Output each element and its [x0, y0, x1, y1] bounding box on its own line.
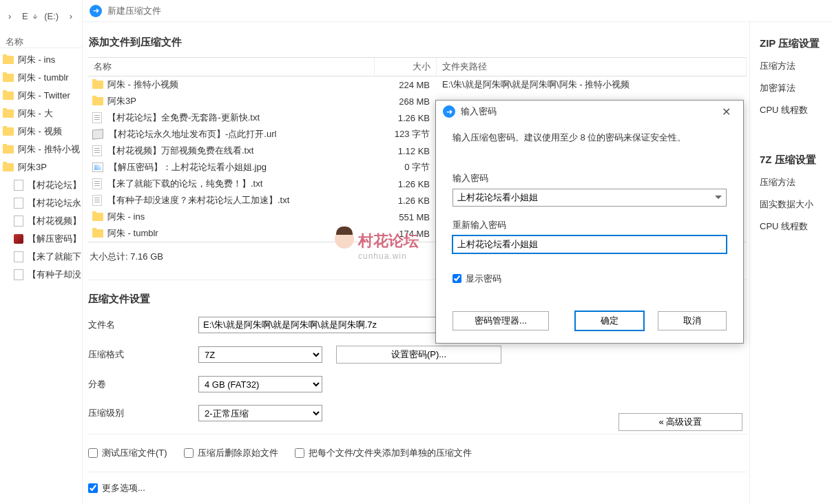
folder-icon [92, 229, 103, 238]
format-label: 压缩格式 [88, 348, 198, 361]
7z-threads[interactable]: CPU 线程数 [760, 220, 826, 233]
folder-tree: 阿朱 - ins阿朱 - tumblr阿朱 - Twitter阿朱 - 大阿朱 … [0, 48, 82, 286]
tree-item[interactable]: 【村花论坛永 [0, 194, 82, 212]
tree-item-label: 【村花论坛】 [28, 179, 81, 191]
tree-item[interactable]: 【村花视频】 [0, 212, 82, 230]
col-name[interactable]: 名称 [88, 58, 375, 76]
file-icon [14, 216, 23, 227]
breadcrumb-sep: › [70, 11, 72, 21]
tree-item[interactable]: 阿朱 - Twitter [0, 87, 82, 105]
tree-item[interactable]: 【村花论坛】 [0, 176, 82, 194]
7z-solid[interactable]: 固实数据大小 [760, 198, 826, 211]
folder-icon [3, 163, 14, 171]
file-name: 阿朱 - tumblr [107, 227, 158, 240]
tree-item-label: 【解压密码】 [28, 233, 81, 245]
window-title: 新建压缩文件 [107, 5, 161, 17]
tree-item[interactable]: 阿朱 - 视频 [0, 123, 82, 140]
password-manager-button[interactable]: 密码管理器... [453, 311, 549, 330]
7z-settings-title: 7Z 压缩设置 [760, 154, 826, 167]
set-password-button[interactable]: 设置密码(P)... [336, 346, 501, 364]
advanced-settings-button[interactable]: « 高级设置 [618, 413, 742, 431]
col-size[interactable]: 大小 [375, 58, 437, 76]
file-icon [14, 269, 23, 280]
tree-item[interactable]: 阿朱 - ins [0, 51, 82, 69]
folder-icon [92, 81, 103, 89]
chk-delete[interactable]: 压缩后删除原始文件 [184, 447, 278, 459]
app-icon: ➜ [443, 105, 455, 118]
chk-more[interactable]: 更多选项... [88, 482, 145, 494]
file-size: 1.26 KB [375, 179, 437, 189]
chk-test[interactable]: 测试压缩文件(T) [88, 447, 167, 459]
tree-item-label: 【有种子却没 [28, 269, 81, 281]
tree-item[interactable]: 阿朱 - 推特小视 [0, 140, 82, 158]
folder-icon [3, 74, 14, 82]
drive-label: E (E:) [19, 11, 61, 21]
file-name: 【有种子却没速度？来村花论坛人工加速】.txt [107, 194, 289, 207]
txt-icon [92, 112, 102, 123]
volume-select[interactable]: 4 GB (FAT32) [198, 376, 322, 392]
tree-item-label: 阿朱 - 大 [18, 107, 53, 120]
file-path: E:\朱\就是阿朱啊\就是阿朱啊\阿朱 - 推特小视频 [437, 78, 747, 91]
file-name: 阿朱 - 推特小视频 [107, 78, 178, 91]
file-name: 【解压密码】：上村花论坛看小姐姐.jpg [109, 161, 267, 174]
tree-item[interactable]: 阿朱 - tumblr [0, 69, 82, 87]
zip-method[interactable]: 压缩方法 [760, 60, 826, 72]
txt-icon [92, 145, 102, 156]
tree-item-label: 阿朱 - 推特小视 [18, 143, 80, 156]
repassword-input[interactable] [453, 235, 727, 253]
ok-button[interactable]: 确定 [575, 311, 644, 330]
tree-item-label: 阿朱 - Twitter [18, 90, 70, 102]
level-label: 压缩级别 [88, 407, 198, 419]
tree-item-label: 【来了就能下 [28, 251, 81, 263]
file-name: 【村花视频】万部视频免费在线看.txt [107, 145, 253, 157]
txt-icon [92, 178, 102, 189]
folder-icon [92, 213, 103, 221]
file-size: 1.12 KB [375, 146, 437, 156]
app-icon: ➜ [90, 5, 102, 17]
tree-item[interactable]: 【来了就能下 [0, 248, 82, 266]
zip-threads[interactable]: CPU 线程数 [760, 104, 826, 116]
password-input[interactable]: 上村花论坛看小姐姐 [453, 189, 727, 207]
tree-item[interactable]: 阿朱3P [0, 158, 82, 176]
tree-item-label: 【村花论坛永 [28, 197, 81, 209]
file-size: 268 MB [375, 96, 437, 107]
file-size: 174 MB [375, 229, 437, 239]
file-size: 123 字节 [375, 128, 437, 140]
tree-item-label: 【村花视频】 [28, 215, 81, 227]
zip-crypto[interactable]: 加密算法 [760, 82, 826, 94]
repassword-label: 重新输入密码 [453, 219, 727, 231]
file-name: 阿朱 - ins [107, 211, 145, 223]
tree-item[interactable]: 【有种子却没 [0, 266, 82, 284]
filename-label: 文件名 [88, 319, 198, 331]
file-name: 【来了就能下载的论坛，纯免费！】.txt [107, 178, 262, 190]
file-icon [14, 251, 23, 262]
file-name: 阿朱3P [107, 95, 136, 107]
table-row[interactable]: 阿朱 - 推特小视频224 MBE:\朱\就是阿朱啊\就是阿朱啊\阿朱 - 推特… [88, 76, 747, 93]
file-size: 1.26 KB [375, 196, 437, 206]
folder-icon [3, 92, 14, 100]
col-path[interactable]: 文件夹路径 [437, 58, 747, 76]
cancel-button[interactable]: 取消 [658, 311, 727, 330]
url-icon [92, 129, 103, 139]
column-header-name[interactable]: 名称 [0, 33, 82, 48]
file-size: 551 MB [375, 212, 437, 222]
7z-method[interactable]: 压缩方法 [760, 176, 826, 189]
tree-item-label: 阿朱 - ins [18, 54, 55, 66]
jpg-icon [92, 162, 103, 172]
show-password-checkbox[interactable]: 显示密码 [453, 273, 727, 285]
breadcrumb[interactable]: › E (E:) › [0, 0, 82, 33]
txt-icon [92, 195, 102, 206]
tree-item-label: 阿朱3P [18, 161, 47, 174]
img-icon [14, 234, 23, 244]
close-icon[interactable]: ✕ [716, 103, 736, 121]
explorer-pane: › E (E:) › 名称 阿朱 - ins阿朱 - tumblr阿朱 - Tw… [0, 0, 83, 504]
tree-item[interactable]: 阿朱 - 大 [0, 105, 82, 123]
volume-label: 分卷 [88, 378, 198, 390]
format-select[interactable]: 7Z [198, 346, 322, 363]
file-size: 1.26 KB [375, 113, 437, 123]
chk-each[interactable]: 把每个文件/文件夹添加到单独的压缩文件 [295, 447, 472, 459]
level-select[interactable]: 2-正常压缩 [198, 405, 322, 421]
folder-icon [3, 145, 14, 154]
tree-item[interactable]: 【解压密码】 [0, 230, 82, 248]
file-name: 【村花论坛永久地址发布页】-点此打开.url [109, 128, 276, 140]
